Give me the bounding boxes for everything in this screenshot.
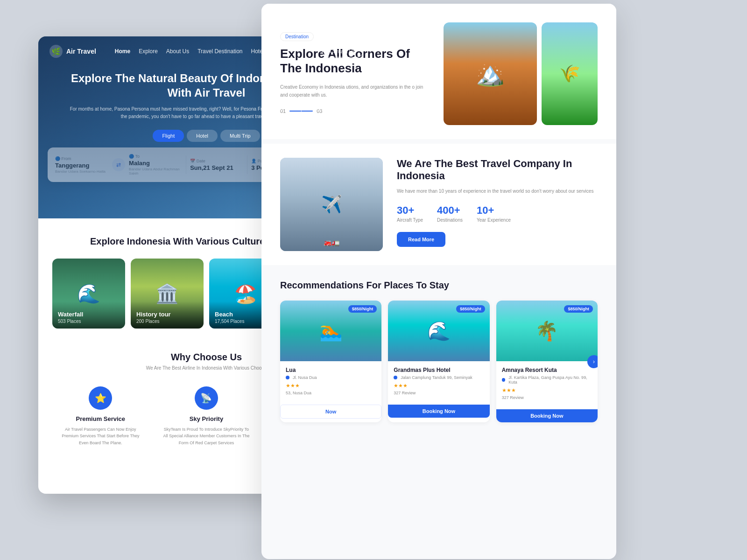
field-image: 🌾 [542,22,598,125]
hero-title: Explore The Natural Beauty Of Indonesia … [66,71,346,100]
grandmas-price: $850/Night [456,305,485,313]
amnaya-reviews: 327 Review [502,395,592,400]
amnaya-image: 🌴 $850/Night [496,301,598,361]
hero-description: For months at home, Pasona Persona must … [66,105,346,120]
premium-desc: Air Travel Passengers Can Now Enjoy Prem… [57,426,144,446]
amnaya-booking-button[interactable]: Booking Now [496,409,598,422]
company-description: We have more than 10 years of experience… [397,187,598,195]
place-card-history[interactable]: 🏛️ History tour 200 Places [131,259,204,329]
sky-icon: 📡 [195,386,218,410]
sky-desc: SkyTeam Is Proud To Introduce SkyPriorit… [163,426,250,446]
lua-price: $850/Night [348,305,377,313]
logo-icon: 🌿 [49,45,63,58]
lua-location: Jl. Nusa Dua [286,375,376,380]
company-section: ✈️ 🚒🚛 We Are The Best Travel Company In … [261,144,616,265]
amnaya-stars: ★★★ [502,387,592,393]
company-title: We Are The Best Travel Company In Indone… [397,158,598,182]
nav-link-destination[interactable]: Travel Destination [197,48,242,55]
search-tabs: Flight Hotel Multi Trip [66,130,346,142]
hotels-title: Recommendations For Places To Stay [280,279,598,291]
nav-links: Home Explore About Us Travel Destination… [115,48,313,55]
stat-aircraft-label: Aircraft Type [397,217,423,223]
amnaya-name: Amnaya Resort Kuta [502,367,592,373]
waterfall-name: Waterfall [58,311,120,318]
stat-destinations-label: Destinations [437,217,463,223]
lua-stars: ★★★ [286,383,376,389]
hotel-card-grandmas: 🌊 $850/Night Grandmas Plus Hotel Jalan C… [388,301,489,422]
tab-multi-trip[interactable]: Multi Trip [220,130,260,142]
grandmas-booking-button[interactable]: Booking Now [388,405,489,418]
hotel-card-amnaya: 🌴 $850/Night Amnaya Resort Kuta Jl. Kart… [496,301,598,422]
stat-experience: 10+ Year Experience [477,204,511,223]
amnaya-price: $850/Night [564,305,593,313]
tab-flight[interactable]: Flight [153,130,184,142]
grandmas-location: Jalan Camplung Tanduk 99, Seminyak [394,375,484,380]
top-images: 🏔️ 🌾 [444,22,598,125]
lua-booking-button[interactable]: Now [280,405,381,419]
lua-image: 🏊 $850/Night [280,301,381,361]
grandmas-image: 🌊 $850/Night [388,301,489,361]
stat-destinations: 400+ Destinations [437,204,463,223]
waterfall-overlay: Waterfall 503 Places [52,301,125,329]
stats-row: 30+ Aircraft Type 400+ Destinations 10+ … [397,204,598,223]
hotels-grid: 🏊 $850/Night Lua Jl. Nusa Dua ★★★ 53, Nu… [280,301,598,422]
amnaya-location: Jl. Kartika Plaza, Gang Puspa Ayu No. 99… [502,375,592,385]
company-text-content: We Are The Best Travel Company In Indone… [397,158,598,247]
stat-experience-label: Year Experience [477,217,511,223]
premium-title: Premium Service [57,415,144,422]
lua-reviews: 53, Nusa Dua [286,391,376,395]
history-count: 200 Places [136,319,198,324]
amnaya-info: Amnaya Resort Kuta Jl. Kartika Plaza, Ga… [496,361,598,406]
why-premium: ⭐ Premium Service Air Travel Passengers … [52,382,149,451]
why-sky: 📡 Sky Priority SkyTeam Is Proud To Intro… [158,382,255,451]
grandmas-stars: ★★★ [394,383,484,389]
hotels-section: Recommendations For Places To Stay 🏊 $85… [261,265,616,436]
nav-link-home[interactable]: Home [115,48,130,55]
sky-title: Sky Priority [163,415,250,422]
hero-content: Explore The Natural Beauty Of Indonesia … [38,66,374,142]
stat-aircraft: 30+ Aircraft Type [397,204,423,223]
nav-link-about[interactable]: About Us [166,48,189,55]
logo-text: Air Travel [66,48,96,55]
read-more-button[interactable]: Read More [397,232,445,247]
stat-destinations-num: 400+ [437,204,463,217]
company-image: ✈️ 🚒🚛 [280,158,383,251]
logo: 🌿 Air Travel [49,45,96,58]
stat-experience-num: 10+ [477,204,511,217]
tab-hotel[interactable]: Hotel [187,130,218,142]
contact-button[interactable]: Contact Us [322,45,363,57]
lua-name: Lua [286,367,376,373]
lua-info: Lua Jl. Nusa Dua ★★★ 53, Nusa Dua [280,361,381,401]
nav-link-explore[interactable]: Explore [139,48,158,55]
nav-link-hotel[interactable]: Hotel [251,48,264,55]
hotel-card-lua: 🏊 $850/Night Lua Jl. Nusa Dua ★★★ 53, Nu… [280,301,381,422]
stat-aircraft-num: 30+ [397,204,423,217]
grandmas-name: Grandmas Plus Hotel [394,367,484,373]
history-name: History tour [136,311,198,318]
place-card-waterfall[interactable]: 🌊 Waterfall 503 Places [52,259,125,329]
carousel-next-button[interactable]: › [587,355,598,368]
grandmas-reviews: 327 Review [394,391,484,395]
grandmas-info: Grandmas Plus Hotel Jalan Camplung Tandu… [388,361,489,401]
waterfall-count: 503 Places [58,319,120,324]
canyon-image: 🏔️ [444,22,537,125]
premium-icon: ⭐ [89,386,112,410]
history-overlay: History tour 200 Places [131,301,204,329]
navbar: 🌿 Air Travel Home Explore About Us Trave… [38,36,374,66]
